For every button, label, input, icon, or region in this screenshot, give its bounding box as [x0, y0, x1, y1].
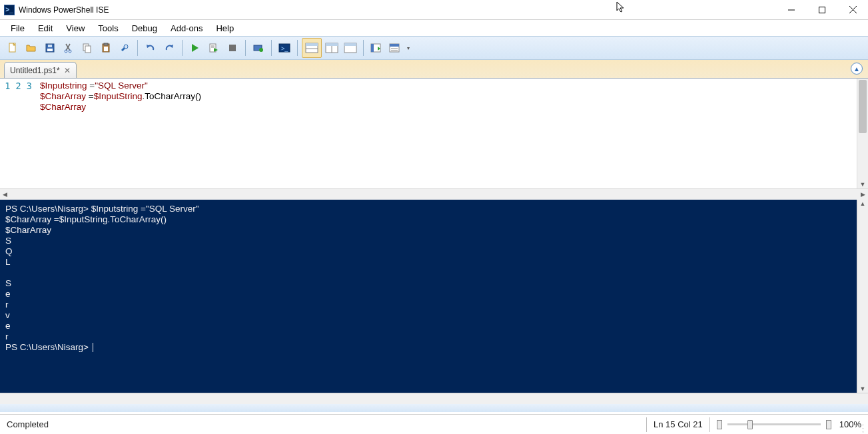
run-selection-icon[interactable] — [205, 39, 222, 57]
line-number-gutter: 1 2 3 — [0, 79, 40, 188]
pane-layout2-icon[interactable] — [323, 39, 340, 57]
titlebar: >_ Windows PowerShell ISE — [0, 0, 868, 20]
editor-vertical-scrollbar[interactable]: ▲ ▼ — [857, 79, 868, 188]
show-script-icon[interactable] — [368, 39, 385, 57]
file-tab[interactable]: Untitled1.ps1* ✕ — [4, 62, 77, 78]
script-editor[interactable]: 1 2 3 $Inputstring ="SQL Server"$CharArr… — [0, 79, 868, 188]
save-icon[interactable] — [41, 39, 59, 57]
svg-rect-6 — [47, 49, 53, 51]
svg-rect-22 — [229, 45, 236, 51]
console-output[interactable]: PS C:\Users\Nisarg> $Inputstring ="SQL S… — [0, 200, 857, 393]
menubar: FileEditViewToolsDebugAdd-onsHelp — [0, 20, 868, 36]
show-command-icon[interactable] — [386, 39, 404, 57]
scroll-down-icon[interactable]: ▼ — [857, 181, 868, 188]
new-file-icon[interactable] — [4, 39, 21, 57]
svg-rect-28 — [306, 43, 318, 46]
minimize-button[interactable] — [776, 0, 807, 20]
pane-layout1-icon[interactable] — [302, 38, 322, 58]
tabbar: Untitled1.ps1* ✕ ▲ — [0, 60, 868, 79]
svg-point-18 — [124, 45, 128, 49]
pane-layout3-icon[interactable] — [342, 39, 359, 57]
svg-rect-13 — [85, 46, 91, 53]
zoom-slider-handle[interactable] — [747, 420, 753, 429]
window-title: Windows PowerShell ISE — [19, 5, 109, 15]
remote-icon[interactable] — [250, 39, 267, 57]
menu-tools[interactable]: Tools — [91, 22, 125, 35]
undo-icon[interactable] — [142, 39, 159, 57]
file-tab-label: Untitled1.ps1* — [10, 66, 60, 75]
console-pane[interactable]: PS C:\Users\Nisarg> $Inputstring ="SQL S… — [0, 200, 868, 393]
svg-rect-34 — [344, 43, 356, 46]
toolbar-separator — [137, 40, 138, 56]
open-folder-icon[interactable] — [23, 39, 40, 57]
powershell-app-icon: >_ — [4, 5, 15, 15]
svg-rect-31 — [326, 43, 338, 46]
maximize-button[interactable] — [807, 0, 837, 20]
status-divider — [709, 417, 710, 432]
menu-debug[interactable]: Debug — [125, 22, 164, 35]
svg-rect-1 — [819, 7, 825, 13]
cut-icon[interactable] — [60, 39, 77, 57]
copy-icon[interactable] — [79, 39, 96, 57]
pane-splitter[interactable] — [0, 404, 868, 412]
statusbar: Completed Ln 15 Col 21 100% ⋰ — [0, 414, 868, 434]
close-tab-icon[interactable]: ✕ — [64, 66, 71, 75]
mouse-cursor-icon — [616, 1, 626, 13]
menu-file[interactable]: File — [4, 22, 31, 35]
zoom-max-icon[interactable] — [826, 420, 831, 429]
menu-help[interactable]: Help — [209, 22, 240, 35]
toolbar-separator — [297, 40, 298, 56]
svg-rect-7 — [48, 45, 52, 47]
cursor-position: Ln 15 Col 21 — [653, 419, 703, 429]
paste-icon[interactable] — [97, 39, 115, 57]
status-text: Completed — [7, 419, 49, 429]
collapse-script-icon[interactable]: ▲ — [851, 63, 863, 75]
zoom-slider[interactable] — [727, 423, 821, 425]
toolbar-separator — [245, 40, 246, 56]
toolbar-separator — [271, 40, 272, 56]
menu-view[interactable]: View — [59, 22, 91, 35]
toolbar-separator — [363, 40, 364, 56]
console-vertical-scrollbar[interactable]: ▲ ▼ — [857, 200, 868, 393]
zoom-min-icon[interactable] — [717, 420, 722, 429]
svg-rect-16 — [104, 47, 108, 51]
scroll-down-icon[interactable]: ▼ — [857, 385, 868, 392]
svg-rect-15 — [104, 43, 108, 45]
svg-rect-38 — [390, 44, 399, 47]
stop-icon[interactable] — [224, 39, 241, 57]
scroll-left-icon[interactable]: ◀ — [3, 191, 7, 198]
status-divider — [646, 417, 647, 432]
console-horizontal-scrollbar[interactable] — [0, 393, 868, 404]
svg-rect-36 — [371, 44, 374, 52]
toolbar-separator — [182, 40, 183, 56]
find-icon[interactable] — [116, 39, 133, 57]
editor-horizontal-scrollbar[interactable]: ◀ ▶ — [0, 188, 868, 200]
powershell-icon[interactable]: >_ — [276, 39, 293, 57]
close-button[interactable] — [837, 0, 868, 20]
scroll-up-icon[interactable]: ▲ — [857, 200, 868, 207]
toolbar-overflow-icon[interactable]: ▾ — [405, 45, 412, 51]
svg-text:>_: >_ — [281, 45, 288, 52]
scrollbar-thumb[interactable] — [859, 80, 867, 133]
toolbar: >_ ▾ — [0, 36, 868, 60]
scroll-right-icon[interactable]: ▶ — [861, 191, 865, 198]
menu-add-ons[interactable]: Add-ons — [164, 22, 209, 35]
run-icon[interactable] — [187, 39, 204, 57]
code-area[interactable]: $Inputstring ="SQL Server"$CharArray =$I… — [40, 79, 857, 188]
redo-icon[interactable] — [161, 39, 178, 57]
svg-point-24 — [259, 48, 263, 52]
menu-edit[interactable]: Edit — [31, 22, 59, 35]
